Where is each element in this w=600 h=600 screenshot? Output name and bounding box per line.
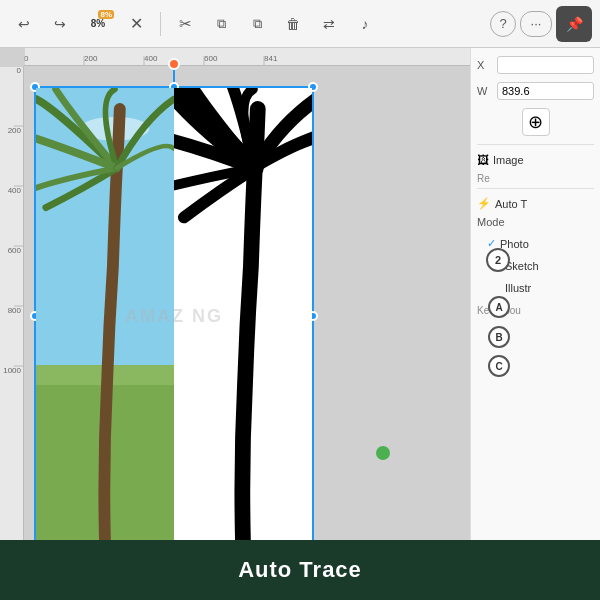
- w-field: W: [477, 82, 594, 100]
- image-frame[interactable]: AMAZ NG: [34, 86, 314, 540]
- zoom-badge: 8%: [98, 10, 114, 19]
- step-c-label: C: [495, 361, 502, 372]
- ruler-ticks-svg: [24, 48, 470, 66]
- redo-button[interactable]: ↪: [44, 8, 76, 40]
- auto-trace-label: Auto T: [495, 198, 527, 210]
- x-input[interactable]: [497, 56, 594, 74]
- transfer-button[interactable]: ⇄: [313, 8, 345, 40]
- toolbar: ↩ ↪ 8% 8% ✕ ✂ ⧉ ⧉ 🗑 ⇄ ♪ ? ··· 📌: [0, 0, 600, 48]
- auto-trace-row: ⚡ Auto T: [477, 197, 594, 210]
- ruler-left: 0 200 400 600 800 1000: [0, 66, 24, 540]
- canvas-content: AMAZ NG 3. Auto Trace: [24, 66, 470, 540]
- main-area: Auto Trace 0 200 400 600 841 0 200 400 6…: [0, 48, 600, 540]
- delete-x-button[interactable]: ✕: [120, 8, 152, 40]
- illustr-label: Illustr: [505, 282, 531, 294]
- rotate-handle[interactable]: [168, 58, 180, 70]
- help-button[interactable]: ?: [490, 11, 516, 37]
- copy-button[interactable]: ⧉: [205, 8, 237, 40]
- right-panel: X W ⊕ 🖼 Image Re ⚡: [470, 48, 600, 540]
- palm-silhouette-svg: [174, 88, 312, 540]
- mode-row: Mode: [477, 216, 594, 228]
- image-section: 🖼 Image Re: [477, 144, 594, 184]
- ruler-top: 0 200 400 600 841: [24, 48, 470, 66]
- separator-1: [160, 12, 161, 36]
- step-b-label: B: [495, 332, 502, 343]
- palm-silhouette-right: [174, 88, 312, 540]
- mode-label: Mode: [477, 216, 594, 228]
- step-a-label: A: [495, 302, 502, 313]
- bottom-title: Auto Trace: [238, 557, 362, 583]
- transform-button[interactable]: ⊕: [522, 108, 550, 136]
- more-button[interactable]: ···: [520, 11, 552, 37]
- palm-photo-svg: [36, 88, 174, 540]
- step-2-label: 2: [495, 254, 501, 266]
- image-label: Image: [493, 154, 524, 166]
- undo-button[interactable]: ↩: [8, 8, 40, 40]
- canvas-area: Auto Trace 0 200 400 600 841 0 200 400 6…: [0, 48, 470, 540]
- bottom-bar: Auto Trace: [0, 540, 600, 600]
- x-field: X: [477, 56, 594, 74]
- paste-button[interactable]: ⧉: [241, 8, 273, 40]
- green-dot: [376, 446, 390, 460]
- cut-button[interactable]: ✂: [169, 8, 201, 40]
- image-icon: 🖼: [477, 153, 489, 167]
- step-circle-c: C: [488, 355, 510, 377]
- photo-label: Photo: [500, 238, 529, 250]
- sketch-label: Sketch: [505, 260, 539, 272]
- w-label: W: [477, 85, 497, 97]
- step-circle-b: B: [488, 326, 510, 348]
- step-circle-a: A: [488, 296, 510, 318]
- image-inner: AMAZ NG: [36, 88, 312, 540]
- x-label: X: [477, 59, 497, 71]
- image-row: 🖼 Image: [477, 153, 594, 167]
- music-button[interactable]: ♪: [349, 8, 381, 40]
- w-input[interactable]: [497, 82, 594, 100]
- trash-button[interactable]: 🗑: [277, 8, 309, 40]
- auto-trace-icon: ⚡: [477, 197, 491, 210]
- zoom-label: 8%: [91, 18, 105, 29]
- step-circle-2: 2: [486, 248, 510, 272]
- palm-photo-left: [36, 88, 174, 540]
- ruler-v-ticks-svg: [0, 66, 24, 540]
- right-panel-scroll: X W ⊕ 🖼 Image Re ⚡: [477, 56, 594, 532]
- replace-label: Re: [477, 173, 594, 184]
- pin-button[interactable]: 📌: [556, 6, 592, 42]
